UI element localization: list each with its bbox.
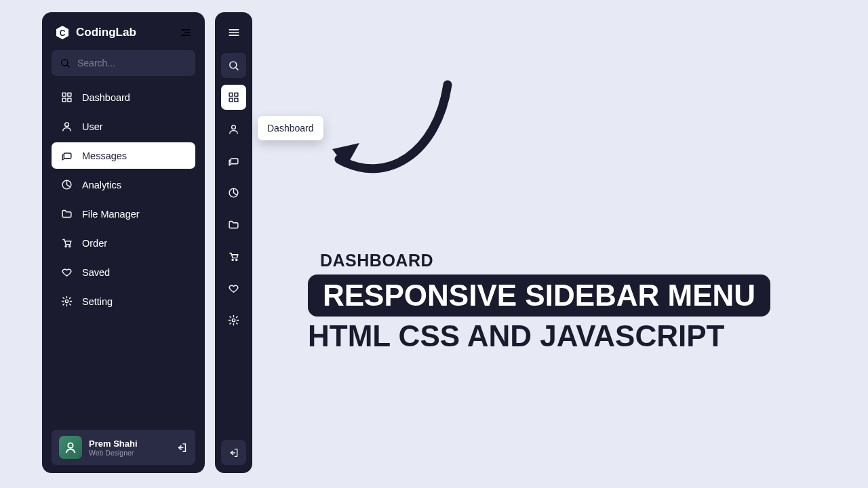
- mini-item-dashboard[interactable]: [221, 85, 246, 110]
- svg-point-17: [68, 443, 73, 448]
- grid-icon: [61, 92, 73, 103]
- analytics-icon: [61, 179, 73, 190]
- svg-point-11: [65, 123, 69, 127]
- mini-search[interactable]: [221, 53, 246, 78]
- headline: DASHBOARD RESPONSIVE SIDEBAR MENU HTML C…: [308, 251, 770, 353]
- logo-row: C CodingLab: [52, 22, 195, 50]
- svg-point-14: [65, 245, 66, 247]
- nav: Dashboard User Messages Analytics File M…: [52, 84, 195, 314]
- svg-rect-12: [64, 153, 71, 159]
- svg-rect-26: [229, 98, 233, 102]
- analytics-icon: [228, 187, 239, 199]
- sidebar-item-analytics[interactable]: Analytics: [52, 171, 195, 198]
- mini-item-user[interactable]: [221, 117, 246, 142]
- svg-point-28: [232, 125, 236, 129]
- mini-item-analytics[interactable]: [221, 180, 246, 205]
- svg-point-32: [236, 259, 237, 260]
- cart-icon: [228, 251, 239, 262]
- logout-icon[interactable]: [176, 442, 188, 453]
- sidebar-item-label: User: [82, 121, 103, 132]
- logo[interactable]: C CodingLab: [54, 24, 136, 41]
- svg-rect-27: [235, 98, 238, 102]
- svg-rect-24: [229, 93, 233, 96]
- gear-icon: [61, 296, 73, 307]
- sidebar-item-label: Messages: [82, 150, 127, 161]
- mini-logout[interactable]: [221, 440, 246, 465]
- svg-line-6: [67, 65, 69, 67]
- search-placeholder: Search...: [77, 58, 115, 68]
- svg-text:C: C: [60, 28, 66, 38]
- logo-text: CodingLab: [76, 26, 136, 39]
- hamburger-icon: [227, 26, 241, 39]
- svg-rect-29: [231, 159, 238, 164]
- mini-item-messages[interactable]: [221, 148, 246, 174]
- search-icon: [228, 60, 239, 71]
- heart-icon: [61, 266, 73, 278]
- sidebar-item-order[interactable]: Order: [52, 230, 195, 256]
- svg-rect-25: [235, 93, 238, 96]
- decorative-arrow: [326, 58, 461, 186]
- headline-kicker: DASHBOARD: [320, 251, 770, 270]
- sidebar-collapsed: [215, 12, 252, 473]
- svg-rect-7: [62, 93, 66, 96]
- sidebar-item-messages[interactable]: Messages: [52, 142, 195, 169]
- svg-point-33: [232, 319, 235, 321]
- headline-sub: HTML CSS AND JAVASCRIPT: [308, 319, 770, 353]
- svg-point-16: [65, 300, 68, 302]
- user-info: Prem Shahi Web Designer: [89, 439, 170, 457]
- gear-icon: [228, 314, 239, 326]
- svg-line-23: [236, 68, 238, 70]
- svg-point-15: [69, 245, 71, 247]
- folder-icon: [61, 208, 73, 220]
- hamburger-button[interactable]: [222, 22, 246, 43]
- tooltip: Dashboard: [258, 116, 323, 140]
- grid-icon: [228, 92, 239, 103]
- user-footer[interactable]: Prem Shahi Web Designer: [52, 430, 195, 465]
- sidebar-item-label: File Manager: [82, 209, 140, 220]
- heart-icon: [228, 283, 239, 294]
- messages-icon: [228, 155, 239, 167]
- mini-item-file-manager[interactable]: [221, 212, 246, 237]
- sidebar-item-dashboard[interactable]: Dashboard: [52, 84, 195, 110]
- cart-icon: [61, 237, 73, 249]
- sidebar-item-file-manager[interactable]: File Manager: [52, 201, 195, 227]
- sidebar-item-label: Order: [82, 238, 107, 249]
- sidebar-item-user[interactable]: User: [52, 113, 195, 140]
- search-icon: [60, 58, 71, 68]
- svg-rect-9: [62, 98, 66, 102]
- sidebar-item-label: Dashboard: [82, 92, 130, 103]
- messages-icon: [61, 150, 73, 161]
- sidebar-item-label: Saved: [82, 267, 110, 278]
- sidebar-item-label: Analytics: [82, 180, 121, 190]
- mini-item-saved[interactable]: [221, 276, 246, 301]
- search-input[interactable]: Search...: [52, 50, 195, 76]
- menu-collapse-icon[interactable]: [179, 26, 193, 39]
- mini-item-order[interactable]: [221, 244, 246, 269]
- mini-item-setting[interactable]: [221, 308, 246, 333]
- headline-pill: RESPONSIVE SIDEBAR MENU: [308, 274, 770, 317]
- user-name: Prem Shahi: [89, 439, 170, 449]
- logo-icon: C: [54, 24, 71, 41]
- folder-icon: [228, 219, 239, 230]
- svg-rect-8: [68, 93, 71, 96]
- user-icon: [228, 123, 239, 135]
- user-icon: [61, 121, 73, 132]
- sidebar-item-setting[interactable]: Setting: [52, 288, 195, 314]
- avatar: [59, 436, 82, 459]
- logout-icon: [229, 447, 239, 458]
- svg-point-31: [232, 259, 233, 260]
- user-role: Web Designer: [89, 449, 170, 457]
- svg-rect-10: [68, 98, 71, 102]
- sidebar-item-saved[interactable]: Saved: [52, 259, 195, 285]
- sidebar-expanded: C CodingLab Search... Dashboard User Mes…: [42, 12, 205, 473]
- sidebar-item-label: Setting: [82, 296, 113, 307]
